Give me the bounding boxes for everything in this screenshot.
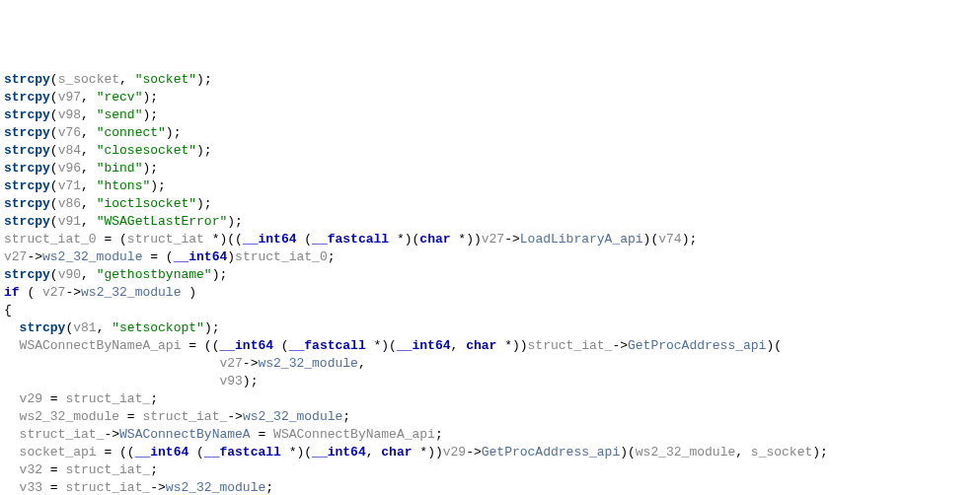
member: ws2_32_module <box>243 409 342 424</box>
string-lit: "closesocket" <box>97 143 196 158</box>
code-line: v32 = struct_iat_; <box>4 462 158 477</box>
arg: v81 <box>73 320 96 335</box>
type: __int64 <box>174 249 228 264</box>
fn-call: strcpy <box>4 143 50 158</box>
type: __fastcall <box>204 445 281 460</box>
keyword: if <box>4 285 20 300</box>
arg: v84 <box>58 143 81 158</box>
arg: v90 <box>58 267 81 282</box>
fn-call: strcpy <box>4 107 50 122</box>
var: struct_iat_0 <box>4 232 97 247</box>
arg: v71 <box>58 178 81 193</box>
var: struct_iat_ <box>65 391 150 406</box>
fn-call: strcpy <box>4 125 50 140</box>
var: v27 <box>219 356 242 371</box>
string-lit: "send" <box>97 107 143 122</box>
code-line: v27->ws2_32_module, <box>4 356 366 371</box>
arg: v93 <box>219 374 242 389</box>
var: struct_iat_ <box>142 409 227 424</box>
code-line: v93); <box>4 374 258 389</box>
type: char <box>419 232 450 247</box>
var: struct_iat_ <box>528 338 613 353</box>
fn-call: strcpy <box>4 161 50 176</box>
code-line: v29 = struct_iat_; <box>4 391 158 406</box>
fn-call: strcpy <box>4 72 50 87</box>
string-lit: "ioctlsocket" <box>97 196 196 211</box>
arg: v98 <box>58 107 81 122</box>
code-line: strcpy(v91, "WSAGetLastError"); <box>4 214 243 229</box>
member: ws2_32_module <box>81 285 181 300</box>
var: v27 <box>482 232 504 247</box>
type: __fastcall <box>312 232 389 247</box>
string-lit: "setsockopt" <box>112 320 204 335</box>
var: struct_iat_0 <box>235 249 328 264</box>
type: char <box>466 338 496 353</box>
type: __int64 <box>243 232 297 247</box>
string-lit: "gethostbyname" <box>97 267 212 282</box>
code-line: struct_iat_0 = (struct_iat *)((__int64 (… <box>4 232 697 247</box>
fn-call: strcpy <box>4 267 50 282</box>
arg: v96 <box>58 161 81 176</box>
member: GetProcAddress_api <box>628 338 766 353</box>
var: v33 <box>20 480 42 495</box>
arg: v97 <box>58 90 81 105</box>
code-line: strcpy(v86, "ioctlsocket"); <box>4 196 212 211</box>
fn-call: strcpy <box>4 214 50 229</box>
arg: ws2_32_module <box>636 445 735 460</box>
code-view: strcpy(s_socket, "socket"); strcpy(v97, … <box>0 71 980 495</box>
code-line: WSAConnectByNameA_api = ((__int64 (__fas… <box>4 338 782 353</box>
string-lit: "htons" <box>97 178 151 193</box>
fn-call: strcpy <box>4 90 50 105</box>
var: v27 <box>4 249 27 264</box>
code-line: strcpy(v96, "bind"); <box>4 161 158 176</box>
arg: v74 <box>658 232 681 247</box>
code-line: strcpy(v84, "closesocket"); <box>4 143 212 158</box>
var: WSAConnectByNameA_api <box>273 427 435 442</box>
code-line: struct_iat_->WSAConnectByNameA = WSAConn… <box>4 427 443 442</box>
code-line: v33 = struct_iat_->ws2_32_module; <box>4 480 273 495</box>
member: LoadLibraryA_api <box>520 232 643 247</box>
var: v32 <box>20 462 42 477</box>
arg: v86 <box>58 196 81 211</box>
code-line: { <box>4 303 12 318</box>
type: __fastcall <box>289 338 366 353</box>
member: ws2_32_module <box>42 249 142 264</box>
code-line: strcpy(v81, "setsockopt"); <box>4 320 219 335</box>
string-lit: "WSAGetLastError" <box>97 214 228 229</box>
var: struct_iat_ <box>65 480 150 495</box>
code-line: strcpy(v98, "send"); <box>4 107 158 122</box>
string-lit: "bind" <box>97 161 143 176</box>
var: v29 <box>20 391 42 406</box>
var: struct_iat_ <box>20 427 105 442</box>
fn-call: strcpy <box>4 196 50 211</box>
var: socket_api <box>20 445 97 460</box>
member: GetProcAddress_api <box>482 445 620 460</box>
code-line: strcpy(v71, "htons"); <box>4 178 166 193</box>
var: ws2_32_module <box>20 409 119 424</box>
code-line: strcpy(v90, "gethostbyname"); <box>4 267 227 282</box>
var: WSAConnectByNameA_api <box>20 338 182 353</box>
type: __int64 <box>219 338 273 353</box>
member: ws2_32_module <box>258 356 357 371</box>
type: char <box>381 445 412 460</box>
var: v27 <box>42 285 65 300</box>
code-line: strcpy(v97, "recv"); <box>4 90 158 105</box>
code-line: strcpy(v76, "connect"); <box>4 125 181 140</box>
brace: { <box>4 303 12 318</box>
code-line: strcpy(s_socket, "socket"); <box>4 72 212 87</box>
arg: s_socket <box>751 445 812 460</box>
fn-call: strcpy <box>4 178 50 193</box>
string-lit: "recv" <box>97 90 143 105</box>
type: __int64 <box>312 445 366 460</box>
var: struct_iat_ <box>65 462 150 477</box>
member: WSAConnectByNameA <box>119 427 251 442</box>
type: __int64 <box>397 338 451 353</box>
arg: v76 <box>58 125 81 140</box>
member: ws2_32_module <box>166 480 265 495</box>
code-line: if ( v27->ws2_32_module ) <box>4 285 196 300</box>
arg: s_socket <box>58 72 119 87</box>
type: struct_iat <box>127 232 204 247</box>
string-lit: "socket" <box>135 72 196 87</box>
string-lit: "connect" <box>97 125 166 140</box>
arg: v91 <box>58 214 81 229</box>
